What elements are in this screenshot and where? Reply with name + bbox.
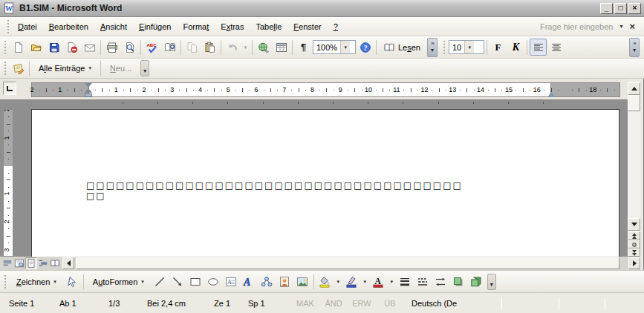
- hanging-indent-marker[interactable]: [85, 88, 92, 93]
- read-layout-button[interactable]: Lesen: [379, 39, 425, 56]
- question-box-dropdown-icon[interactable]: ▾: [617, 23, 625, 30]
- drawing-toolbar-options[interactable]: ▾: [487, 274, 496, 290]
- document-page[interactable]: □□□□□□□□□□□□□□□□□□□□□□□□□□□□□□□□□□□□□□□□: [31, 109, 619, 257]
- italic-button[interactable]: K: [507, 39, 524, 56]
- toolbar-grip[interactable]: [4, 274, 7, 289]
- zoom-combo[interactable]: 100%▾: [313, 40, 356, 54]
- menu-bearbeiten[interactable]: Bearbeiten: [43, 20, 94, 33]
- autoformen-menu-button[interactable]: AutoFormen▾: [86, 275, 151, 289]
- wordart-button[interactable]: A: [241, 273, 258, 290]
- right-indent-marker[interactable]: [547, 92, 555, 97]
- horizontal-scrollbar[interactable]: [75, 257, 628, 269]
- bold-button[interactable]: F: [489, 39, 507, 56]
- toolbar-grip[interactable]: [4, 40, 7, 55]
- status-erw[interactable]: ERW: [348, 298, 376, 308]
- threed-style-button[interactable]: [468, 273, 485, 290]
- dash-style-button[interactable]: [414, 273, 432, 290]
- menu-hilfe[interactable]: ?: [328, 20, 344, 33]
- scroll-up-button[interactable]: [628, 82, 640, 95]
- menu-fenster[interactable]: Fenster: [287, 20, 327, 33]
- textbox-button[interactable]: A: [223, 273, 240, 290]
- clipart-button[interactable]: [276, 273, 293, 290]
- oval-button[interactable]: [205, 273, 222, 290]
- spelling-button[interactable]: ABC: [143, 39, 160, 56]
- previous-page-button[interactable]: [628, 231, 640, 240]
- fill-color-button[interactable]: [316, 273, 334, 290]
- fill-color-button-dropdown-icon[interactable]: ▾: [334, 274, 342, 289]
- all-entries-button[interactable]: Alle Einträge▾: [32, 62, 98, 75]
- save-button[interactable]: [45, 39, 62, 56]
- font-size-combo-dropdown-icon[interactable]: ▾: [464, 41, 474, 53]
- copy-button[interactable]: [183, 39, 201, 56]
- maximize-button[interactable]: □: [614, 3, 627, 14]
- tab-selector[interactable]: [3, 82, 16, 95]
- toolbar-grip[interactable]: [4, 61, 7, 76]
- view-reading-button[interactable]: [49, 257, 61, 269]
- new-document-button[interactable]: [10, 39, 27, 56]
- help-button[interactable]: ?: [357, 39, 374, 56]
- formatting-toolbar-options[interactable]: »▾: [629, 38, 640, 57]
- zeichnen-menu-button[interactable]: Zeichnen▾: [10, 275, 63, 289]
- print-preview-button[interactable]: [121, 39, 138, 56]
- shadow-style-button[interactable]: [450, 273, 467, 290]
- menu-tabelle[interactable]: Tabelle: [250, 20, 287, 33]
- next-page-button[interactable]: [628, 248, 640, 257]
- horizontal-scroll-thumb[interactable]: [76, 257, 619, 269]
- mail-button[interactable]: [81, 39, 98, 56]
- print-button[interactable]: [103, 39, 120, 56]
- open-button[interactable]: [27, 39, 45, 56]
- left-indent-marker[interactable]: [85, 93, 92, 97]
- undo-button[interactable]: [224, 39, 241, 56]
- font-color-button-dropdown-icon[interactable]: ▾: [388, 274, 396, 289]
- menubar-close-icon[interactable]: ×: [625, 21, 640, 32]
- picture-button[interactable]: [294, 273, 311, 290]
- toolbar-grip[interactable]: [443, 40, 446, 55]
- vertical-scroll-thumb[interactable]: [628, 95, 640, 111]
- titlebar[interactable]: W B1.SIM - Microsoft Word _□×: [0, 0, 644, 17]
- menu-extras[interactable]: Extras: [215, 20, 250, 33]
- line-color-button[interactable]: [343, 273, 360, 290]
- research-button[interactable]: [161, 39, 178, 56]
- diagram-button[interactable]: [258, 273, 276, 290]
- menubar-grip[interactable]: [7, 19, 10, 34]
- show-formatting-button[interactable]: ¶: [295, 39, 312, 56]
- align-left-button[interactable]: [530, 39, 547, 56]
- line-color-button-dropdown-icon[interactable]: ▾: [361, 274, 369, 289]
- menu-datei[interactable]: Datei: [12, 20, 43, 33]
- insert-hyperlink-button[interactable]: [255, 39, 272, 56]
- status-language[interactable]: Deutsch (De: [412, 298, 457, 308]
- scroll-right-button[interactable]: [628, 257, 640, 269]
- scroll-down-button[interactable]: [628, 218, 640, 231]
- autotext-button[interactable]: [10, 60, 27, 77]
- line-style-button[interactable]: [397, 273, 414, 290]
- insert-table-button[interactable]: [273, 39, 290, 56]
- font-color-button[interactable]: A: [370, 273, 387, 290]
- standard-toolbar-options[interactable]: »▾: [427, 38, 438, 57]
- status-aend[interactable]: ÄND: [319, 298, 348, 308]
- arrow-button[interactable]: [169, 273, 186, 290]
- autotext-toolbar-options[interactable]: ▾: [140, 60, 149, 76]
- first-line-indent-marker[interactable]: [85, 83, 92, 88]
- view-outline-button[interactable]: [37, 257, 49, 269]
- minimize-button[interactable]: _: [600, 3, 613, 14]
- menu-ansicht[interactable]: Ansicht: [94, 20, 133, 33]
- select-objects-button[interactable]: [64, 273, 81, 290]
- arrow-style-button[interactable]: [432, 273, 449, 290]
- status-mak[interactable]: MAK: [291, 298, 319, 308]
- close-button[interactable]: ×: [628, 3, 641, 14]
- view-web-button[interactable]: [13, 257, 25, 269]
- undo-button-dropdown-icon[interactable]: ▾: [241, 39, 250, 55]
- permission-button[interactable]: [63, 39, 80, 56]
- vertical-scrollbar[interactable]: [628, 82, 640, 257]
- menu-einfuegen[interactable]: Einfügen: [133, 20, 177, 33]
- zoom-combo-dropdown-icon[interactable]: ▾: [340, 41, 350, 53]
- scroll-left-button[interactable]: [62, 257, 74, 269]
- line-button[interactable]: [152, 273, 169, 290]
- question-box[interactable]: Frage hier eingeben ▾: [540, 22, 625, 31]
- view-normal-button[interactable]: [1, 257, 13, 269]
- new-entry-button[interactable]: Neu...: [103, 62, 138, 75]
- status-ueb[interactable]: ÜB: [376, 298, 404, 308]
- paste-button[interactable]: [201, 39, 218, 56]
- font-size-combo[interactable]: 10▾: [449, 40, 484, 54]
- rectangle-button[interactable]: [187, 273, 204, 290]
